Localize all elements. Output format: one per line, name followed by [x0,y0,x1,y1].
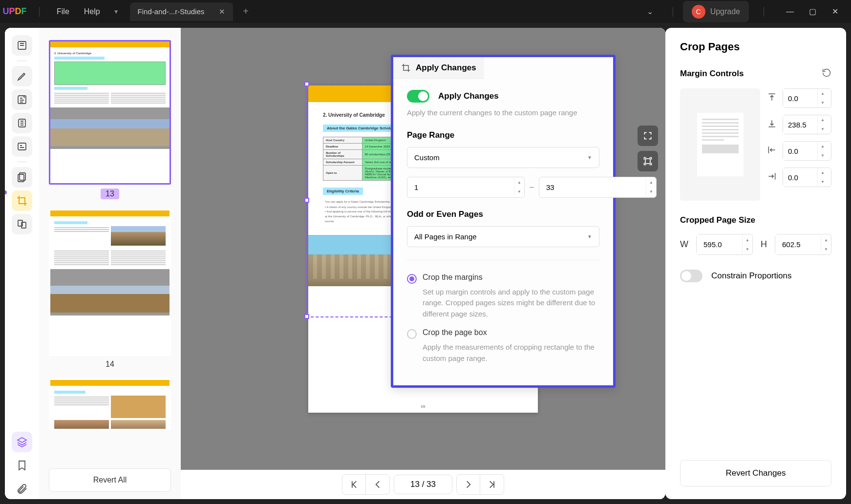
close-icon[interactable]: ✕ [219,7,225,16]
margin-right-icon [767,171,778,183]
crop-handle-nw[interactable] [304,82,309,86]
popup-title: Apply Changes [416,63,476,73]
step-up-icon[interactable]: ▲ [514,178,524,187]
chevron-down-icon: ▼ [587,155,592,160]
new-tab-button[interactable]: + [233,6,258,17]
thumbnail-page-14[interactable]: 14 [49,209,171,369]
margin-top-input[interactable]: ▲▼ [783,88,831,108]
margin-preview [680,88,760,201]
thumbnail-label: 13 [101,189,119,199]
prev-page-button[interactable] [366,475,389,494]
step-down-icon[interactable]: ▼ [514,187,524,196]
crop-tool[interactable] [12,190,32,211]
width-input[interactable]: ▲▼ [696,234,753,255]
form-tool[interactable] [12,136,32,157]
avatar: C [692,5,705,19]
step-up-icon[interactable]: ▲ [743,235,752,245]
next-page-button[interactable] [457,475,480,494]
step-up-icon[interactable]: ▲ [646,178,656,187]
pages-tool[interactable] [12,113,32,133]
active-indicator [5,190,7,194]
step-down-icon[interactable]: ▼ [818,151,828,160]
page-range-select[interactable]: Custom ▼ [407,147,599,168]
crop-handle-sw[interactable] [304,314,309,319]
margin-right-input[interactable]: ▲▼ [783,168,831,187]
step-down-icon[interactable]: ▼ [646,187,656,196]
step-down-icon[interactable]: ▼ [818,98,828,107]
fullscreen-button[interactable] [638,126,658,146]
crop-handle-w[interactable] [304,198,309,203]
revert-all-button[interactable]: Revert All [49,468,171,492]
svg-rect-3 [18,143,26,150]
step-down-icon[interactable]: ▼ [743,245,752,254]
reader-tool[interactable] [12,35,32,56]
step-down-icon[interactable]: ▼ [818,177,828,187]
margin-left-icon [767,145,778,157]
bookmark-tool[interactable] [12,455,32,476]
margin-bottom-icon [767,119,778,130]
radio-label[interactable]: Crop the margins [423,273,483,282]
menu-help[interactable]: Help [77,7,107,16]
thumbnail-page-15[interactable] [49,378,171,430]
minimize-button[interactable]: — [781,3,799,21]
toggle-description: Apply the current changes to the custom … [407,107,599,119]
revert-changes-button[interactable]: Revert Changes [680,460,831,486]
constrain-label: Constrain Proportions [711,271,791,281]
divider [764,7,764,17]
margin-left-input[interactable]: ▲▼ [783,141,831,161]
range-to-input[interactable]: ▲▼ [539,177,657,198]
popup-tab[interactable]: Apply Changes [393,57,484,79]
range-from-value[interactable] [407,177,514,197]
edit-tool[interactable] [12,89,32,110]
window-chevron[interactable]: ⌄ [637,7,663,16]
first-page-button[interactable] [342,475,366,494]
page-navigation: 13 / 33 [181,470,665,499]
maximize-button[interactable]: ▢ [804,3,821,21]
step-down-icon[interactable]: ▼ [821,245,831,254]
range-separator: – [530,183,534,191]
height-input[interactable]: ▲▼ [775,234,831,255]
tab-list-chevron[interactable]: ▼ [107,8,125,15]
crop-pages-panel: Crop Pages Margin Controls ▲▼ ▲▼ [665,28,846,499]
last-page-button[interactable] [480,475,504,494]
compare-tool[interactable] [12,214,32,234]
apply-changes-toggle[interactable] [407,90,429,103]
select-value: Custom [414,153,440,162]
upgrade-button[interactable]: C Upgrade [683,1,749,22]
doc-pagenum: 09 [308,404,538,409]
thumbnails-panel: 2. University of Cambridge [39,28,181,499]
apply-changes-popup: Apply Changes Apply Changes Apply the cu… [391,55,616,388]
height-label: H [761,239,767,250]
cropped-size-heading: Cropped Page Size [680,215,831,225]
svg-rect-8 [645,159,650,164]
layers-tool[interactable] [12,432,32,452]
constrain-proportions-toggle[interactable] [680,270,702,282]
thumbnail-page-13[interactable]: 2. University of Cambridge [49,40,171,199]
step-down-icon[interactable]: ▼ [818,125,828,134]
step-up-icon[interactable]: ▲ [818,168,828,177]
highlight-tool[interactable] [12,66,32,86]
close-button[interactable]: ✕ [826,3,844,21]
reset-icon[interactable] [822,68,831,80]
divider [673,7,673,17]
attachment-tool[interactable] [12,479,32,499]
organize-tool[interactable] [12,167,32,188]
crop-pagebox-radio[interactable] [407,329,417,339]
document-tab[interactable]: Find-and-...r-Studies ✕ [130,2,234,21]
odd-even-select[interactable]: All Pages in Range ▼ [407,226,599,247]
step-up-icon[interactable]: ▲ [818,142,828,151]
panel-title: Crop Pages [680,41,831,53]
page-number-input[interactable]: 13 / 33 [394,475,452,494]
thumbnail-label: 14 [106,360,114,368]
step-up-icon[interactable]: ▲ [818,115,828,125]
step-up-icon[interactable]: ▲ [818,89,828,98]
crop-margins-radio[interactable] [407,274,417,284]
margin-bottom-input[interactable]: ▲▼ [783,115,831,134]
step-up-icon[interactable]: ▲ [821,235,831,245]
menu-file[interactable]: File [49,7,77,16]
range-from-input[interactable]: ▲▼ [407,177,525,198]
radio-label[interactable]: Crop the page box [423,328,487,337]
fit-crop-button[interactable] [638,151,658,171]
select-value: All Pages in Range [414,232,477,241]
range-to-value[interactable] [539,177,646,197]
